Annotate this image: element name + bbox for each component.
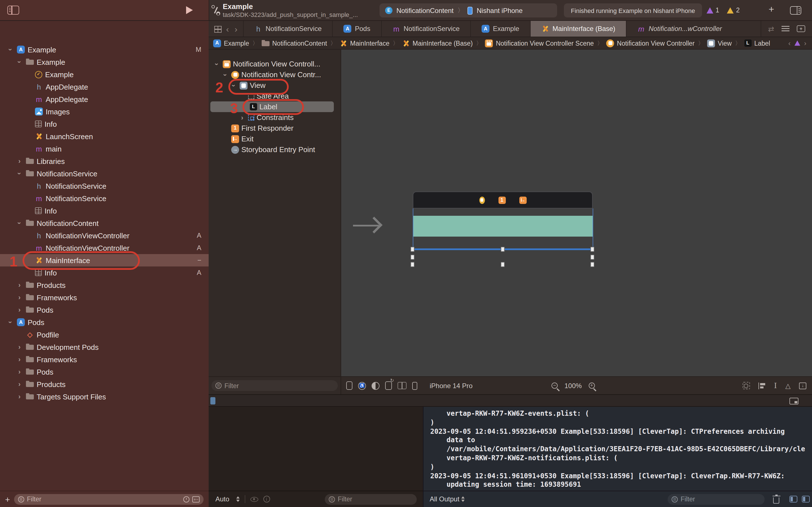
breadcrumb-view[interactable]: View — [707, 39, 732, 47]
warning-badge[interactable]: 2 — [727, 7, 740, 13]
view-controller-icon[interactable] — [479, 196, 485, 204]
chevron-right-icon[interactable] — [16, 282, 23, 288]
issue-warning-icon[interactable] — [795, 41, 800, 46]
error-badge[interactable]: 1 — [707, 7, 719, 13]
align-icon[interactable] — [758, 382, 765, 389]
navigator-row-info[interactable]: Info — [0, 118, 209, 130]
tab-notificationservice[interactable]: NotificationService — [243, 21, 333, 37]
chevron-down-icon[interactable] — [16, 58, 23, 66]
chevron-down-icon[interactable] — [7, 319, 14, 326]
variables-view[interactable] — [209, 407, 423, 491]
chevron-right-icon[interactable] — [16, 158, 23, 165]
navigator-row-libraries[interactable]: Libraries — [0, 155, 209, 167]
back-icon[interactable]: ‹ — [226, 24, 229, 33]
toggle-navigator-icon[interactable] — [7, 6, 19, 15]
resize-handle[interactable] — [501, 262, 505, 267]
outline-row-exit[interactable]: Exit — [209, 133, 341, 144]
console-filter-field[interactable]: Filter — [668, 494, 765, 504]
navigator-row-appdelegate[interactable]: AppDelegate — [0, 93, 209, 105]
tab-maininterface-base-[interactable]: MainInterface (Base) — [530, 21, 626, 37]
chevron-down-icon[interactable] — [222, 71, 229, 78]
navigator-row-frameworks[interactable]: Frameworks — [0, 291, 209, 304]
info-icon[interactable]: i — [263, 496, 270, 503]
outline-row-first-responder[interactable]: First Responder — [209, 123, 341, 133]
resolve-issues-icon[interactable]: △ — [785, 382, 791, 390]
recent-files-icon[interactable] — [183, 496, 190, 502]
resize-handle[interactable] — [591, 262, 594, 267]
navigator-row-development-pods[interactable]: Development Pods — [0, 341, 209, 353]
breadcrumb-notification-view-controller[interactable]: Notification View Controller — [606, 39, 695, 47]
breadcrumb-example[interactable]: Example — [213, 39, 249, 47]
breadcrumb-label[interactable]: Label — [744, 40, 770, 47]
breadcrumb-notification-view-controller-scene[interactable]: Notification View Controller Scene — [485, 39, 594, 47]
scheme-selector[interactable]: NotificationContent 〉 Nishant iPhone — [379, 3, 557, 17]
chevron-right-icon[interactable] — [16, 344, 23, 350]
chevron-down-icon[interactable] — [7, 46, 14, 53]
accessibility-icon[interactable]: ♿ — [358, 382, 366, 390]
console-scope[interactable]: All Output — [430, 495, 459, 503]
editor-options-icon[interactable] — [781, 26, 790, 32]
zoom-out-icon[interactable]: − — [552, 383, 558, 389]
device-label[interactable]: iPhone 14 Pro — [430, 382, 472, 390]
chevron-right-icon[interactable] — [16, 306, 23, 313]
run-destination[interactable]: Nishant iPhone — [477, 6, 523, 14]
resize-handle[interactable] — [501, 247, 505, 252]
navigator-row-pods[interactable]: Pods — [0, 304, 209, 316]
interface-builder-canvas[interactable]: 1 → — [341, 50, 812, 376]
navigator-row-appdelegate[interactable]: AppDelegate — [0, 80, 209, 93]
navigator-row-notificationcontent[interactable]: NotificationContent — [0, 217, 209, 229]
navigator-row-main[interactable]: main — [0, 143, 209, 155]
navigator-row-pods[interactable]: Pods — [0, 365, 209, 378]
zoom-in-icon[interactable]: + — [589, 383, 595, 389]
resize-handle[interactable] — [591, 255, 594, 260]
navigator-row-notificationservice[interactable]: NotificationService — [0, 180, 209, 192]
embed-icon[interactable]: ↓ — [799, 382, 806, 389]
add-editor-icon[interactable]: + — [797, 25, 805, 32]
device-bezel-icon[interactable] — [346, 381, 352, 390]
navigator-row-example[interactable]: Example — [0, 68, 209, 80]
device-icon[interactable] — [412, 382, 417, 390]
update-frames-icon[interactable] — [742, 382, 750, 389]
chevron-down-icon[interactable] — [16, 170, 23, 177]
zoom-level[interactable]: 100% — [564, 382, 581, 390]
outline-row-notification-view-controll-[interactable]: Notification View Controll... — [209, 59, 341, 69]
chevron-right-icon[interactable] — [16, 294, 23, 301]
navigator-row-example[interactable]: Example — [0, 56, 209, 68]
variables-scope[interactable]: Auto — [215, 495, 229, 503]
chevron-right-icon[interactable] — [239, 114, 246, 121]
chevron-right-icon[interactable] — [16, 381, 23, 388]
code-review-icon[interactable]: ⇄ — [768, 24, 774, 33]
run-button[interactable] — [186, 6, 193, 14]
variables-filter-field[interactable]: Filter — [325, 494, 417, 504]
navigator-filter-field[interactable]: Filter +− — [14, 494, 204, 504]
label-view[interactable] — [413, 216, 593, 237]
chevron-right-icon[interactable] — [16, 393, 23, 400]
variables-pane-toggle-icon[interactable] — [790, 496, 797, 503]
tab-notification-wcontroller[interactable]: Notification...wController — [626, 21, 732, 37]
tab-example[interactable]: Example — [470, 21, 530, 37]
resize-handle[interactable] — [410, 255, 414, 260]
related-items-icon[interactable] — [214, 25, 220, 32]
console-view[interactable]: vertap-RKW-R77-KW6Z-events.plist: ()2023… — [423, 407, 812, 491]
resize-handle[interactable] — [591, 247, 594, 252]
clear-console-icon[interactable] — [773, 497, 779, 504]
tab-notificationservice[interactable]: NotificationService — [381, 21, 470, 37]
view-controller-header[interactable]: 1 → — [413, 191, 593, 209]
navigator-row-targets-support-files[interactable]: Targets Support Files — [0, 390, 209, 403]
first-responder-icon[interactable]: 1 — [498, 196, 506, 204]
adjust-editor-icon[interactable] — [398, 382, 407, 389]
debug-toggle-icon[interactable] — [210, 397, 215, 404]
navigator-row-notificationviewcontroller[interactable]: NotificationViewControllerA — [0, 229, 209, 242]
console-pane-toggle-icon[interactable] — [802, 496, 810, 503]
orientation-icon[interactable] — [385, 381, 392, 390]
chevron-down-icon[interactable] — [16, 219, 23, 227]
navigator-row-example[interactable]: ExampleM — [0, 43, 209, 56]
navigator-row-pods[interactable]: Pods — [0, 316, 209, 328]
tab-pods[interactable]: Pods — [333, 21, 381, 37]
previous-issue-icon[interactable]: ‹ — [788, 40, 791, 47]
outline-row-storyboard-entry-point[interactable]: Storyboard Entry Point — [209, 144, 341, 155]
navigator-row-notificationservice[interactable]: NotificationService — [0, 167, 209, 180]
forward-icon[interactable]: › — [235, 24, 238, 33]
toggle-inspector-icon[interactable] — [790, 6, 801, 15]
outline-row-notification-view-contr-[interactable]: Notification View Contr... — [209, 69, 341, 80]
